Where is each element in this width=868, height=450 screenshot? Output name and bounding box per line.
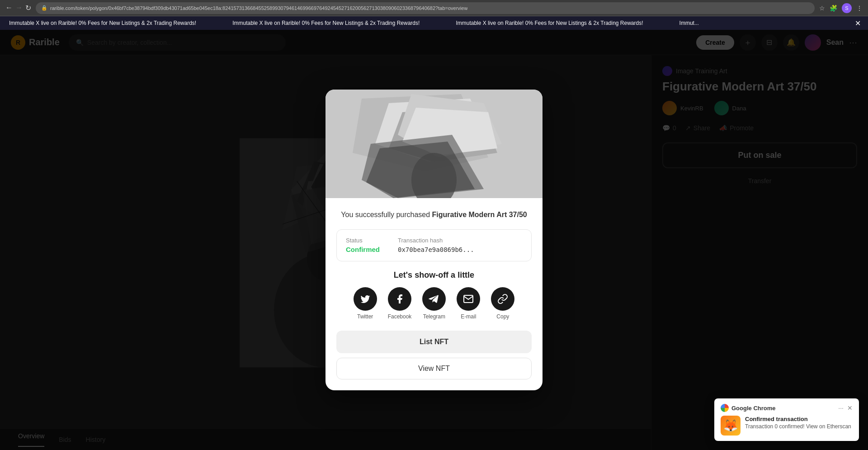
view-nft-button[interactable]: View NFT bbox=[336, 358, 532, 379]
hash-field: Transaction hash 0x70bea7e9a0869b6... bbox=[398, 237, 474, 254]
chrome-notification: Google Chrome ··· ✕ 🦊 Confirmed transact… bbox=[714, 398, 859, 441]
lock-icon: 🔒 bbox=[41, 5, 47, 11]
twitter-label: Twitter bbox=[357, 313, 373, 320]
copy-label: Copy bbox=[496, 313, 509, 320]
main-wrapper: R Rarible 🔍 Search by creator, collectio… bbox=[0, 30, 868, 450]
telegram-share[interactable]: Telegram bbox=[422, 287, 446, 320]
facebook-icon bbox=[388, 287, 411, 311]
status-label: Status bbox=[346, 237, 380, 244]
chrome-logo-icon bbox=[721, 404, 729, 412]
status-value: Confirmed bbox=[346, 246, 380, 253]
notification-title: Confirmed transaction bbox=[745, 416, 851, 422]
browser-back[interactable]: ← bbox=[5, 4, 13, 12]
status-field: Status Confirmed bbox=[346, 237, 380, 254]
notification-more-button[interactable]: ··· bbox=[838, 404, 844, 412]
hash-value: 0x70bea7e9a0869b6... bbox=[398, 246, 474, 253]
profile-icon[interactable]: S bbox=[842, 3, 852, 13]
browser-bar: ← → ↻ 🔒 rarible.com/token/polygon/0x46bf… bbox=[0, 0, 868, 16]
notification-body: 🦊 Confirmed transaction Transaction 0 co… bbox=[721, 416, 853, 436]
facebook-label: Facebook bbox=[388, 313, 412, 320]
twitter-share[interactable]: Twitter bbox=[354, 287, 377, 320]
modal-overlay: You successfully purchased Figurative Mo… bbox=[0, 30, 868, 450]
list-nft-button[interactable]: List NFT bbox=[336, 331, 532, 353]
facebook-share[interactable]: Facebook bbox=[388, 287, 412, 320]
purchase-modal: You successfully purchased Figurative Mo… bbox=[326, 90, 542, 391]
metamask-fox-icon: 🦊 bbox=[721, 416, 741, 436]
browser-refresh[interactable]: ↻ bbox=[25, 4, 31, 12]
menu-icon[interactable]: ⋮ bbox=[856, 5, 863, 12]
banner-text-1: Immutable X live on Rarible! 0% Fees for… bbox=[9, 20, 196, 26]
banner-text-2: Immutable X live on Rarible! 0% Fees for… bbox=[232, 20, 420, 26]
url-text: rarible.com/token/polygon/0x46bf7cbe3879… bbox=[50, 5, 467, 11]
success-message: You successfully purchased Figurative Mo… bbox=[336, 209, 532, 221]
banner-text-3: Immutable X live on Rarible! 0% Fees for… bbox=[456, 20, 643, 26]
hash-label: Transaction hash bbox=[398, 237, 474, 244]
browser-forward[interactable]: → bbox=[15, 4, 23, 12]
telegram-label: Telegram bbox=[423, 313, 445, 320]
copy-icon bbox=[491, 287, 514, 311]
modal-nft-image bbox=[326, 90, 542, 198]
extensions-icon[interactable]: 🧩 bbox=[830, 5, 837, 12]
banner-text-4: Immut... bbox=[679, 20, 699, 26]
modal-art-svg bbox=[326, 90, 542, 198]
success-item: Figurative Modern Art 37/50 bbox=[432, 211, 527, 218]
top-banner: Immutable X live on Rarible! 0% Fees for… bbox=[0, 16, 868, 30]
notification-body-text: Transaction 0 confirmed! View on Ethersc… bbox=[745, 423, 851, 430]
email-share[interactable]: E-mail bbox=[457, 287, 480, 320]
email-label: E-mail bbox=[461, 313, 476, 320]
share-icons-row: Twitter Facebook Telegram bbox=[336, 287, 532, 320]
banner-close-button[interactable]: ✕ bbox=[848, 19, 868, 28]
notification-app-name: Google Chrome bbox=[731, 405, 776, 412]
address-bar[interactable]: 🔒 rarible.com/token/polygon/0x46bf7cbe38… bbox=[36, 2, 815, 14]
notification-text-block: Confirmed transaction Transaction 0 conf… bbox=[745, 416, 851, 430]
notification-close-button[interactable]: ✕ bbox=[847, 404, 853, 412]
telegram-icon bbox=[422, 287, 446, 311]
transaction-card: Status Confirmed Transaction hash 0x70be… bbox=[336, 229, 532, 261]
email-icon bbox=[457, 287, 480, 311]
twitter-icon bbox=[354, 287, 377, 311]
modal-body: You successfully purchased Figurative Mo… bbox=[326, 198, 542, 391]
copy-share[interactable]: Copy bbox=[491, 287, 514, 320]
success-prefix: You successfully purchased bbox=[341, 211, 432, 218]
share-title: Let's show-off a little bbox=[336, 270, 532, 280]
bookmark-icon[interactable]: ☆ bbox=[819, 5, 825, 12]
